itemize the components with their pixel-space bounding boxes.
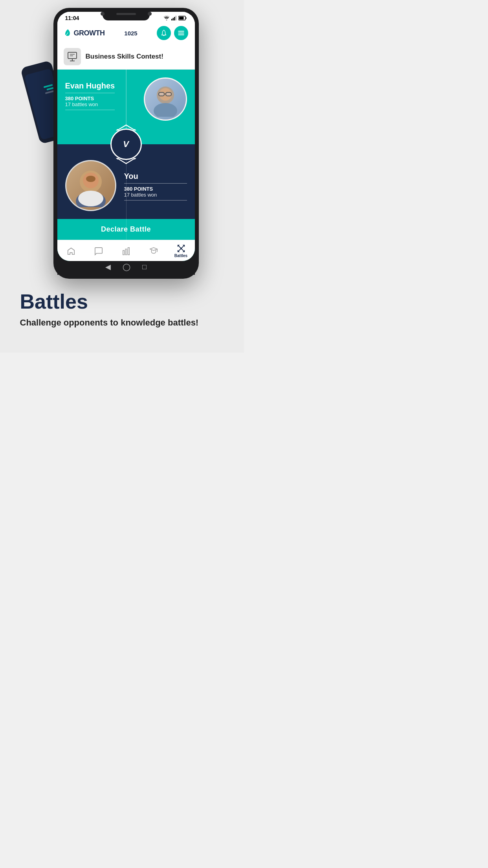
svg-rect-36 bbox=[128, 247, 129, 254]
page-background: 11:04 bbox=[0, 0, 244, 353]
wifi-icon bbox=[163, 16, 170, 20]
svg-rect-3 bbox=[175, 16, 176, 20]
page-subtext: Challenge opponents to knowledge battles… bbox=[20, 317, 224, 329]
svg-rect-34 bbox=[123, 250, 124, 255]
menu-icon bbox=[178, 29, 185, 37]
opponent-points: 380 POINTS bbox=[65, 96, 115, 101]
battle-vs-icon: V bbox=[110, 129, 142, 160]
phone-mockup: 11:04 bbox=[53, 8, 199, 279]
signal-icon bbox=[171, 16, 177, 20]
header-icons bbox=[157, 26, 188, 40]
player-avatar bbox=[65, 160, 116, 211]
page-heading: Battles bbox=[20, 291, 224, 313]
svg-point-32 bbox=[86, 176, 95, 182]
battery-icon bbox=[178, 16, 187, 20]
vs-letter: V bbox=[123, 139, 129, 149]
phone-hardware-nav: ◀ ◯ □ bbox=[57, 261, 195, 275]
svg-rect-0 bbox=[171, 19, 172, 20]
svg-rect-1 bbox=[172, 18, 174, 21]
opponent-avatar bbox=[144, 77, 187, 121]
svg-line-44 bbox=[180, 248, 184, 251]
status-time: 11:04 bbox=[65, 15, 79, 21]
swords-bottom-icon bbox=[114, 158, 138, 164]
logo-text: GROWTH bbox=[74, 29, 105, 37]
opponent-avatar-img bbox=[145, 79, 186, 120]
logo-area: GROWTH bbox=[64, 29, 105, 37]
svg-point-16 bbox=[154, 103, 177, 117]
svg-line-22 bbox=[126, 125, 134, 130]
svg-rect-18 bbox=[159, 92, 164, 96]
player-name: You bbox=[124, 172, 187, 181]
battles-nav-icon bbox=[177, 244, 185, 253]
recent-button[interactable]: □ bbox=[142, 263, 147, 271]
bell-icon bbox=[160, 29, 167, 37]
nav-learn[interactable] bbox=[144, 247, 163, 256]
player-info: You 380 POINTS 17 battles won bbox=[116, 168, 187, 203]
svg-rect-5 bbox=[185, 17, 186, 19]
svg-rect-2 bbox=[174, 17, 175, 20]
notification-button[interactable] bbox=[157, 26, 171, 40]
opponent-name: Evan Hughes bbox=[65, 81, 115, 90]
nav-battles[interactable]: Battles bbox=[171, 244, 191, 258]
player-divider-2 bbox=[124, 200, 187, 200]
player-points: 380 POINTS bbox=[124, 186, 187, 192]
chat-icon bbox=[94, 247, 103, 256]
contest-icon bbox=[64, 48, 81, 65]
svg-rect-10 bbox=[68, 52, 77, 59]
nav-chat[interactable] bbox=[89, 247, 108, 256]
home-icon bbox=[67, 247, 75, 256]
player-divider-1 bbox=[124, 183, 187, 184]
battles-nav-label: Battles bbox=[174, 254, 187, 258]
svg-point-33 bbox=[78, 191, 103, 206]
page-description: Battles Challenge opponents to knowledge… bbox=[12, 279, 232, 337]
battle-area: Evan Hughes 380 POINTS 17 battles won bbox=[57, 70, 195, 261]
svg-line-21 bbox=[118, 125, 126, 130]
app-header: GROWTH 1025 bbox=[57, 23, 195, 44]
svg-line-26 bbox=[126, 159, 134, 164]
logo-icon bbox=[64, 29, 72, 37]
divider-2 bbox=[65, 110, 115, 110]
menu-button[interactable] bbox=[174, 26, 188, 40]
learn-icon bbox=[149, 247, 158, 256]
phone-screen: 11:04 bbox=[57, 12, 195, 261]
swords-top-icon bbox=[114, 124, 138, 131]
svg-rect-6 bbox=[179, 17, 183, 20]
home-hardware-button[interactable]: ◯ bbox=[123, 263, 130, 271]
back-button[interactable]: ◀ bbox=[105, 263, 111, 271]
presentation-icon bbox=[67, 51, 78, 62]
nav-home[interactable] bbox=[61, 247, 81, 256]
svg-line-25 bbox=[118, 159, 126, 164]
player-battles: 17 battles won bbox=[124, 192, 187, 198]
opponent-info: Evan Hughes 380 POINTS 17 battles won bbox=[65, 77, 115, 112]
points-display: 1025 bbox=[121, 28, 140, 38]
bottom-vs-divider bbox=[126, 70, 127, 261]
contest-title: Business Skills Contest! bbox=[86, 53, 163, 61]
opponent-battles: 17 battles won bbox=[65, 101, 115, 107]
player-avatar-img bbox=[66, 161, 115, 210]
contest-banner[interactable]: Business Skills Contest! bbox=[57, 44, 195, 70]
status-icons bbox=[163, 16, 187, 20]
svg-rect-19 bbox=[166, 92, 171, 96]
divider-1 bbox=[65, 93, 115, 93]
